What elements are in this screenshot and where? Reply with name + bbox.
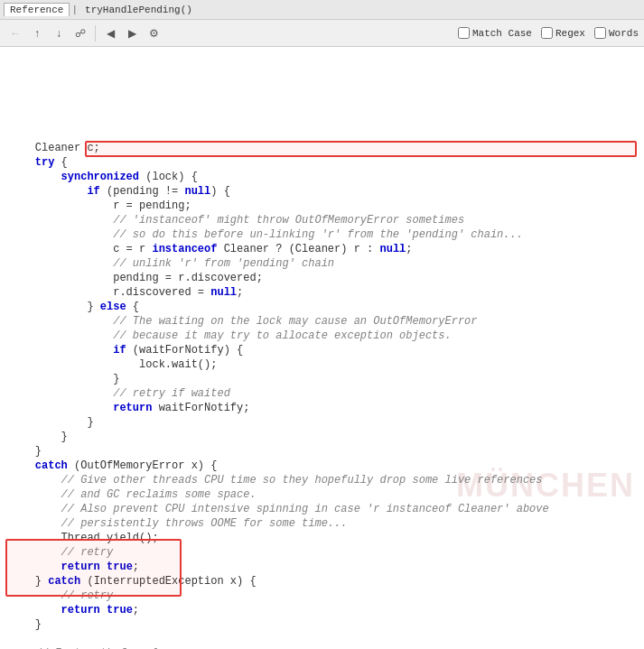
regex-checkbox[interactable] — [541, 27, 553, 39]
words-text: Words — [609, 28, 639, 39]
words-label[interactable]: Words — [594, 27, 639, 39]
breadcrumb-method[interactable]: tryHandlePending() — [79, 4, 198, 16]
match-case-text: Match Case — [472, 28, 532, 39]
nav-prev-button[interactable]: ◀ — [100, 23, 120, 43]
words-checkbox[interactable] — [594, 27, 606, 39]
match-case-checkbox[interactable] — [458, 27, 470, 39]
settings-button[interactable]: ⚙ — [144, 23, 163, 43]
nav-next-button[interactable]: ▶ — [122, 23, 142, 43]
code-content: Cleaner c; try { synchronized (lock) { i… — [0, 47, 644, 649]
regex-label[interactable]: Regex — [541, 27, 585, 39]
instanceof-highlight — [85, 141, 637, 157]
toolbar-divider-1 — [95, 25, 96, 42]
search-button[interactable]: ☍ — [70, 23, 90, 43]
breadcrumb-bar: Reference | tryHandlePending() — [0, 0, 644, 20]
up-button[interactable]: ↑ — [27, 23, 47, 43]
back-button[interactable]: ← — [5, 23, 25, 43]
toolbar: ← ↑ ↓ ☍ ◀ ▶ ⚙ Match Case Regex Words — [0, 20, 644, 47]
regex-text: Regex — [555, 28, 585, 39]
breadcrumb-sep: | — [71, 5, 78, 15]
code-area: MÜNCHEN Cleaner c; try { synchronized (l… — [0, 47, 644, 649]
down-button[interactable]: ↓ — [49, 23, 69, 43]
breadcrumb-reference[interactable]: Reference — [4, 3, 70, 16]
match-case-label[interactable]: Match Case — [458, 27, 532, 39]
search-options: Match Case Regex Words — [458, 27, 639, 39]
